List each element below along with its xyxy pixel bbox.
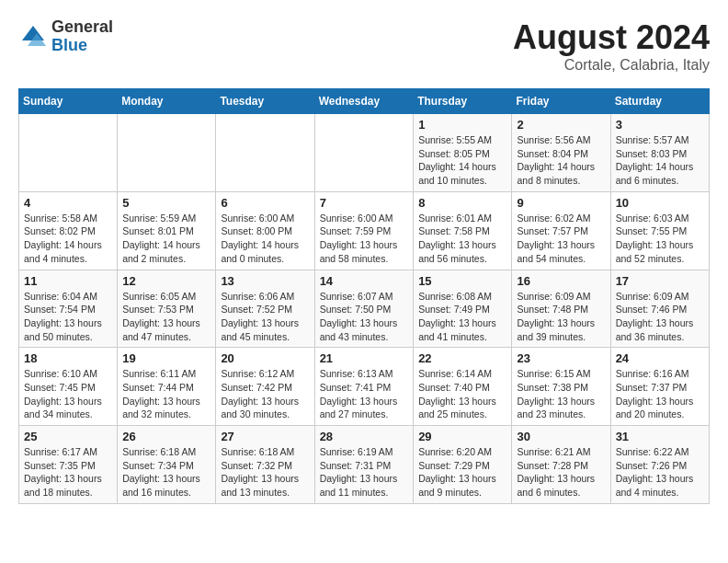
title-location: Cortale, Calabria, Italy [513, 57, 710, 74]
day-info: Sunrise: 5:58 AMSunset: 8:02 PMDaylight:… [24, 212, 112, 266]
day-number: 12 [122, 274, 210, 288]
logo-icon [18, 22, 48, 52]
logo-text: General Blue [51, 18, 113, 55]
calendar-cell: 20Sunrise: 6:12 AMSunset: 7:42 PMDayligh… [216, 348, 314, 426]
day-number: 30 [517, 430, 605, 443]
page-header: General Blue August 2024 Cortale, Calabr… [18, 18, 710, 74]
calendar-cell: 2Sunrise: 5:56 AMSunset: 8:04 PMDaylight… [512, 114, 610, 192]
day-info: Sunrise: 6:08 AMSunset: 7:49 PMDaylight:… [418, 290, 506, 344]
day-info: Sunrise: 6:07 AMSunset: 7:50 PMDaylight:… [320, 290, 409, 344]
calendar-cell: 23Sunrise: 6:15 AMSunset: 7:38 PMDayligh… [512, 348, 610, 426]
calendar-cell [216, 114, 314, 192]
calendar-cell: 25Sunrise: 6:17 AMSunset: 7:35 PMDayligh… [19, 426, 118, 504]
calendar-cell: 5Sunrise: 5:59 AMSunset: 8:01 PMDaylight… [118, 191, 216, 270]
calendar-body: 1Sunrise: 5:55 AMSunset: 8:05 PMDaylight… [19, 114, 710, 504]
weekday-wednesday: Wednesday [314, 89, 414, 114]
weekday-monday: Monday [118, 89, 216, 114]
calendar-table: SundayMondayTuesdayWednesdayThursdayFrid… [18, 88, 710, 504]
calendar-cell: 7Sunrise: 6:00 AMSunset: 7:59 PMDaylight… [314, 191, 414, 270]
calendar-cell: 15Sunrise: 6:08 AMSunset: 7:49 PMDayligh… [414, 270, 512, 348]
weekday-thursday: Thursday [414, 89, 512, 114]
day-info: Sunrise: 6:14 AMSunset: 7:40 PMDaylight:… [418, 367, 506, 421]
day-info: Sunrise: 6:02 AMSunset: 7:57 PMDaylight:… [517, 212, 605, 266]
day-info: Sunrise: 6:03 AMSunset: 7:55 PMDaylight:… [616, 212, 704, 266]
logo-blue: Blue [51, 37, 113, 55]
calendar-cell: 12Sunrise: 6:05 AMSunset: 7:53 PMDayligh… [118, 270, 216, 348]
calendar-week-1: 4Sunrise: 5:58 AMSunset: 8:02 PMDaylight… [19, 191, 710, 270]
title-block: August 2024 Cortale, Calabria, Italy [513, 18, 710, 74]
day-number: 18 [24, 351, 112, 365]
day-number: 29 [418, 430, 506, 443]
calendar-week-3: 18Sunrise: 6:10 AMSunset: 7:45 PMDayligh… [19, 348, 710, 426]
day-info: Sunrise: 6:13 AMSunset: 7:41 PMDaylight:… [320, 367, 409, 421]
day-info: Sunrise: 6:17 AMSunset: 7:35 PMDaylight:… [24, 445, 112, 500]
day-number: 11 [24, 274, 112, 288]
day-info: Sunrise: 6:22 AMSunset: 7:26 PMDaylight:… [616, 445, 704, 500]
day-info: Sunrise: 5:59 AMSunset: 8:01 PMDaylight:… [122, 212, 210, 266]
calendar-cell: 30Sunrise: 6:21 AMSunset: 7:28 PMDayligh… [512, 426, 610, 504]
day-number: 13 [221, 274, 309, 288]
calendar-cell: 27Sunrise: 6:18 AMSunset: 7:32 PMDayligh… [216, 426, 314, 504]
day-number: 15 [418, 274, 506, 288]
day-info: Sunrise: 6:06 AMSunset: 7:52 PMDaylight:… [221, 290, 309, 344]
day-info: Sunrise: 6:19 AMSunset: 7:31 PMDaylight:… [320, 445, 409, 500]
calendar-cell: 13Sunrise: 6:06 AMSunset: 7:52 PMDayligh… [216, 270, 314, 348]
day-info: Sunrise: 6:20 AMSunset: 7:29 PMDaylight:… [418, 445, 506, 500]
day-info: Sunrise: 6:21 AMSunset: 7:28 PMDaylight:… [517, 445, 605, 500]
calendar-cell: 18Sunrise: 6:10 AMSunset: 7:45 PMDayligh… [19, 348, 118, 426]
day-number: 4 [24, 196, 112, 210]
day-info: Sunrise: 6:18 AMSunset: 7:34 PMDaylight:… [122, 445, 210, 500]
day-info: Sunrise: 6:04 AMSunset: 7:54 PMDaylight:… [24, 290, 112, 344]
day-number: 10 [616, 196, 704, 210]
calendar-cell: 1Sunrise: 5:55 AMSunset: 8:05 PMDaylight… [414, 114, 512, 192]
day-number: 26 [122, 430, 210, 443]
calendar-cell: 16Sunrise: 6:09 AMSunset: 7:48 PMDayligh… [512, 270, 610, 348]
day-info: Sunrise: 6:16 AMSunset: 7:37 PMDaylight:… [616, 367, 704, 421]
calendar-cell: 29Sunrise: 6:20 AMSunset: 7:29 PMDayligh… [414, 426, 512, 504]
day-info: Sunrise: 5:55 AMSunset: 8:05 PMDaylight:… [418, 133, 506, 188]
day-info: Sunrise: 6:10 AMSunset: 7:45 PMDaylight:… [24, 367, 112, 421]
day-number: 16 [517, 274, 605, 288]
weekday-header-row: SundayMondayTuesdayWednesdayThursdayFrid… [19, 89, 710, 114]
calendar-cell: 26Sunrise: 6:18 AMSunset: 7:34 PMDayligh… [118, 426, 216, 504]
day-number: 28 [320, 430, 409, 443]
day-info: Sunrise: 6:12 AMSunset: 7:42 PMDaylight:… [221, 367, 309, 421]
day-number: 20 [221, 351, 309, 365]
day-number: 25 [24, 430, 112, 443]
day-info: Sunrise: 6:18 AMSunset: 7:32 PMDaylight:… [221, 445, 309, 500]
day-number: 14 [320, 274, 409, 288]
calendar-cell: 10Sunrise: 6:03 AMSunset: 7:55 PMDayligh… [610, 191, 709, 270]
calendar-cell [19, 114, 118, 192]
calendar-cell: 17Sunrise: 6:09 AMSunset: 7:46 PMDayligh… [610, 270, 709, 348]
day-info: Sunrise: 6:11 AMSunset: 7:44 PMDaylight:… [122, 367, 210, 421]
calendar-header: SundayMondayTuesdayWednesdayThursdayFrid… [19, 89, 710, 114]
svg-marker-0 [22, 26, 44, 40]
weekday-tuesday: Tuesday [216, 89, 314, 114]
calendar-cell: 11Sunrise: 6:04 AMSunset: 7:54 PMDayligh… [19, 270, 118, 348]
calendar-cell: 28Sunrise: 6:19 AMSunset: 7:31 PMDayligh… [314, 426, 414, 504]
calendar-cell: 9Sunrise: 6:02 AMSunset: 7:57 PMDaylight… [512, 191, 610, 270]
calendar-week-2: 11Sunrise: 6:04 AMSunset: 7:54 PMDayligh… [19, 270, 710, 348]
day-number: 7 [320, 196, 409, 210]
calendar-cell [118, 114, 216, 192]
day-info: Sunrise: 5:56 AMSunset: 8:04 PMDaylight:… [517, 133, 605, 188]
calendar-cell: 6Sunrise: 6:00 AMSunset: 8:00 PMDaylight… [216, 191, 314, 270]
calendar-week-0: 1Sunrise: 5:55 AMSunset: 8:05 PMDaylight… [19, 114, 710, 192]
day-number: 2 [517, 118, 605, 132]
day-number: 21 [320, 351, 409, 365]
day-info: Sunrise: 6:01 AMSunset: 7:58 PMDaylight:… [418, 212, 506, 266]
calendar-cell: 14Sunrise: 6:07 AMSunset: 7:50 PMDayligh… [314, 270, 414, 348]
day-number: 22 [418, 351, 506, 365]
day-info: Sunrise: 6:09 AMSunset: 7:48 PMDaylight:… [517, 290, 605, 344]
calendar-cell: 24Sunrise: 6:16 AMSunset: 7:37 PMDayligh… [610, 348, 709, 426]
day-number: 17 [616, 274, 704, 288]
day-number: 5 [122, 196, 210, 210]
logo-general: General [51, 18, 113, 37]
calendar-cell: 3Sunrise: 5:57 AMSunset: 8:03 PMDaylight… [610, 114, 709, 192]
day-number: 24 [616, 351, 704, 365]
day-number: 6 [221, 196, 309, 210]
weekday-sunday: Sunday [19, 89, 118, 114]
day-number: 23 [517, 351, 605, 365]
day-number: 8 [418, 196, 506, 210]
calendar-cell [314, 114, 414, 192]
